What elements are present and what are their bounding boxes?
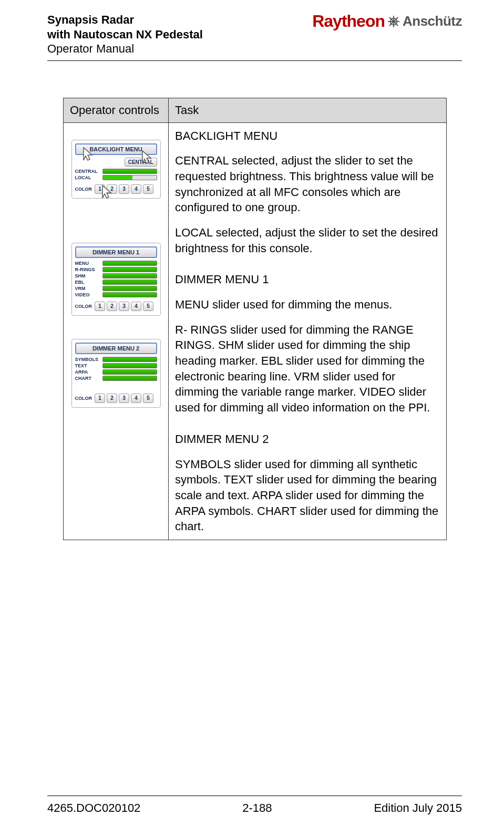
table-row: ARPA (75, 369, 157, 375)
central-label: CENTRAL (75, 169, 100, 174)
logo-block: Raytheon Anschütz (312, 12, 462, 31)
color-button-5[interactable]: 5 (143, 184, 153, 194)
shm-label: SHM (75, 273, 100, 278)
vrm-slider[interactable] (102, 286, 157, 291)
color-button-3[interactable]: 3 (119, 184, 129, 194)
footer-page-number: 2-188 (242, 801, 272, 815)
local-label: LOCAL (75, 175, 100, 180)
color-button-3[interactable]: 3 (119, 302, 129, 311)
color-row: COLOR 1 2 3 4 5 (75, 394, 157, 403)
table-header-task: Task (169, 98, 447, 122)
shm-slider[interactable] (102, 273, 157, 278)
backlight-menu-title: BACKLIGHT MENU (75, 143, 157, 155)
color-button-2[interactable]: 2 (107, 302, 117, 311)
dimmer-menu-2-title: DIMMER MENU 2 (75, 343, 157, 354)
page-footer: 4265.DOC020102 2-188 Edition July 2015 (47, 796, 462, 815)
footer-divider (47, 796, 462, 796)
task-p4: R- RINGS slider used for dimming the RAN… (175, 322, 440, 416)
central-slider[interactable] (102, 169, 157, 174)
table-row: TEXT (75, 363, 157, 368)
doc-subtitle: Operator Manual (47, 42, 203, 56)
table-row: EBL (75, 280, 157, 285)
backlight-menu-panel: BACKLIGHT MENU CENTRAL CENTRAL LOCAL COL… (71, 140, 161, 199)
header-divider (47, 60, 462, 61)
arpa-label: ARPA (75, 369, 100, 375)
color-button-5[interactable]: 5 (143, 394, 153, 403)
local-slider[interactable] (102, 175, 157, 180)
color-button-2[interactable]: 2 (107, 394, 117, 403)
color-button-2[interactable]: 2 (107, 184, 117, 194)
text-slider[interactable] (102, 363, 157, 368)
controls-cell: BACKLIGHT MENU CENTRAL CENTRAL LOCAL COL… (64, 122, 169, 540)
controls-table: Operator controls Task BACKLIGHT MENU CE… (63, 98, 447, 540)
logo-raytheon-text: Raytheon (312, 12, 385, 31)
task-h1: BACKLIGHT MENU (175, 128, 440, 144)
r-rings-label: R-RINGS (75, 267, 100, 272)
color-label: COLOR (75, 187, 92, 192)
dimmer-menu-1-title: DIMMER MENU 1 (75, 246, 157, 258)
page-header: Synapsis Radar with Nautoscan NX Pedesta… (47, 13, 462, 56)
central-tab-button[interactable]: CENTRAL (125, 158, 157, 167)
dimmer-menu-1-panel: DIMMER MENU 1 MENU R-RINGS SHM EBL VRM V… (71, 243, 161, 316)
r-rings-slider[interactable] (102, 267, 157, 272)
color-button-5[interactable]: 5 (143, 302, 153, 311)
color-button-4[interactable]: 4 (131, 184, 141, 194)
doc-title-line1: Synapsis Radar (47, 13, 203, 27)
doc-title-line2: with Nautoscan NX Pedestal (47, 27, 203, 42)
color-button-1[interactable]: 1 (95, 302, 105, 311)
color-row: COLOR 1 2 3 4 5 (75, 302, 157, 311)
task-p2: LOCAL selected, adjust the slider to set… (175, 225, 440, 256)
color-button-3[interactable]: 3 (119, 394, 129, 403)
ebl-label: EBL (75, 280, 100, 285)
table-row: CHART (75, 376, 157, 381)
doc-title-block: Synapsis Radar with Nautoscan NX Pedesta… (47, 13, 203, 56)
color-label: COLOR (75, 304, 92, 309)
table-row: VIDEO (75, 292, 157, 297)
color-button-1[interactable]: 1 (95, 184, 105, 194)
menu-slider[interactable] (102, 261, 157, 266)
task-p5: SYMBOLS slider used for dimming all synt… (175, 457, 440, 534)
menu-label: MENU (75, 261, 100, 266)
symbols-label: SYMBOLS (75, 357, 100, 362)
logo-anschutz-text: Anschütz (403, 13, 462, 29)
color-button-1[interactable]: 1 (95, 394, 105, 403)
table-row: VRM (75, 286, 157, 291)
task-h3: DIMMER MENU 2 (175, 431, 440, 447)
ebl-slider[interactable] (102, 280, 157, 285)
vrm-label: VRM (75, 286, 100, 291)
symbols-slider[interactable] (102, 357, 157, 362)
color-row: COLOR 1 2 3 4 5 (75, 184, 157, 194)
task-p1: CENTRAL selected, adjust the slider to s… (175, 153, 440, 215)
color-button-4[interactable]: 4 (131, 394, 141, 403)
table-header-controls: Operator controls (64, 98, 169, 122)
task-p3: MENU slider used for dimming the menus. (175, 297, 440, 313)
table-row: R-RINGS (75, 267, 157, 272)
color-label: COLOR (75, 396, 92, 401)
ship-wheel-icon (388, 16, 399, 27)
color-button-4[interactable]: 4 (131, 302, 141, 311)
video-slider[interactable] (102, 292, 157, 297)
dimmer-menu-2-panel: DIMMER MENU 2 SYMBOLS TEXT ARPA CHART CO… (71, 339, 161, 408)
footer-edition: Edition July 2015 (374, 801, 462, 815)
chart-label: CHART (75, 376, 100, 381)
chart-slider[interactable] (102, 376, 157, 381)
table-row: SHM (75, 273, 157, 278)
table-row: LOCAL (75, 175, 157, 180)
arpa-slider[interactable] (102, 369, 157, 375)
text-label: TEXT (75, 363, 100, 368)
table-row: SYMBOLS (75, 357, 157, 362)
table-row: MENU (75, 261, 157, 266)
footer-doc-id: 4265.DOC020102 (47, 801, 140, 815)
video-label: VIDEO (75, 292, 100, 297)
table-row: CENTRAL (75, 169, 157, 174)
task-h2: DIMMER MENU 1 (175, 272, 440, 287)
task-cell: BACKLIGHT MENU CENTRAL selected, adjust … (169, 122, 447, 540)
